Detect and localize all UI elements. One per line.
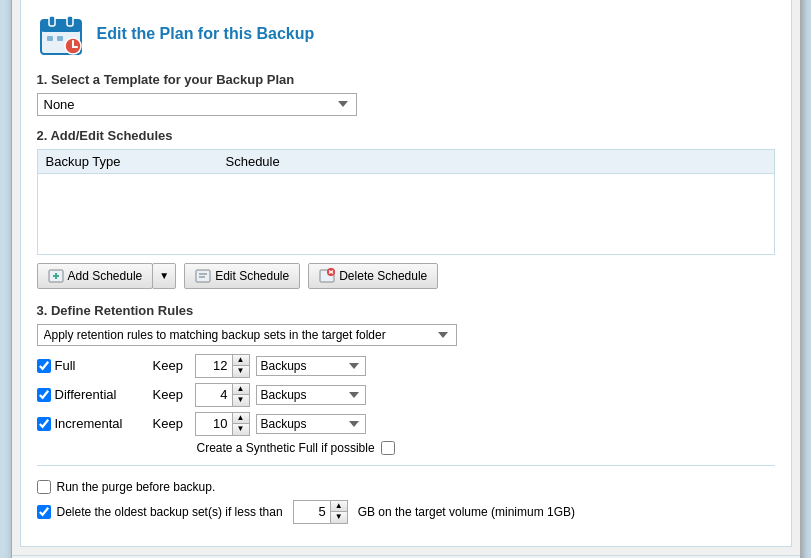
edit-schedule-icon <box>195 268 211 284</box>
retention-row-incremental: Incremental Keep ▲ ▼ Backups Days Weeks … <box>37 412 775 436</box>
delete-oldest-row: Delete the oldest backup set(s) if less … <box>37 500 775 524</box>
header-title: Edit the Plan for this Backup <box>97 25 315 43</box>
incremental-type-select[interactable]: Backups Days Weeks Months <box>256 414 366 434</box>
synthetic-full-row: Create a Synthetic Full if possible <box>37 441 775 455</box>
section-divider <box>37 465 775 466</box>
svg-rect-1 <box>41 20 81 32</box>
differential-checkbox[interactable] <box>37 388 51 402</box>
synthetic-full-label: Create a Synthetic Full if possible <box>197 441 375 455</box>
delete-oldest-label-post: GB on the target volume (minimum 1GB) <box>358 505 575 519</box>
section-1-title: 1. Select a Template for your Backup Pla… <box>37 72 775 87</box>
full-spinner-btns: ▲ ▼ <box>232 355 249 377</box>
full-label[interactable]: Full <box>37 358 147 373</box>
svg-rect-8 <box>57 36 63 41</box>
incremental-spinner-down[interactable]: ▼ <box>233 424 249 435</box>
retention-row-full: Full Keep ▲ ▼ Backups Days Weeks Months <box>37 354 775 378</box>
retention-row-differential: Differential Keep ▲ ▼ Backups Days Weeks… <box>37 383 775 407</box>
differential-type-select[interactable]: Backups Days Weeks Months <box>256 385 366 405</box>
edit-schedule-label: Edit Schedule <box>215 269 289 283</box>
delete-oldest-checkbox[interactable] <box>37 505 51 519</box>
schedule-table-body <box>38 174 774 254</box>
delete-oldest-value-input[interactable] <box>294 502 330 521</box>
content-area: Edit the Plan for this Backup 1. Select … <box>20 0 792 547</box>
incremental-spinner-up[interactable]: ▲ <box>233 413 249 424</box>
col-backup-type: Backup Type <box>46 154 226 169</box>
differential-spinner-up[interactable]: ▲ <box>233 384 249 395</box>
section-2: 2. Add/Edit Schedules Backup Type Schedu… <box>37 128 775 289</box>
incremental-spinner: ▲ ▼ <box>195 412 250 436</box>
header-row: Edit the Plan for this Backup <box>37 10 775 58</box>
section-3-title: 3. Define Retention Rules <box>37 303 775 318</box>
template-select[interactable]: None Standard Custom <box>37 93 357 116</box>
full-spinner-up[interactable]: ▲ <box>233 355 249 366</box>
incremental-value-input[interactable] <box>196 414 232 433</box>
extra-options: Run the purge before backup. Delete the … <box>37 476 775 534</box>
delete-oldest-spinner-up[interactable]: ▲ <box>331 501 347 512</box>
purge-row: Run the purge before backup. <box>37 480 775 494</box>
section-2-title: 2. Add/Edit Schedules <box>37 128 775 143</box>
section-1: 1. Select a Template for your Backup Pla… <box>37 72 775 116</box>
differential-keep-label: Keep <box>153 387 189 402</box>
retention-select[interactable]: Apply retention rules to matching backup… <box>37 324 457 346</box>
delete-schedule-button[interactable]: Delete Schedule <box>308 263 438 289</box>
svg-rect-7 <box>47 36 53 41</box>
delete-schedule-label: Delete Schedule <box>339 269 427 283</box>
add-schedule-icon <box>48 268 64 284</box>
svg-rect-2 <box>49 16 55 26</box>
schedule-buttons: Add Schedule ▼ Edit Schedule <box>37 263 775 289</box>
calendar-icon <box>37 10 85 58</box>
incremental-spinner-btns: ▲ ▼ <box>232 413 249 435</box>
differential-spinner-btns: ▲ ▼ <box>232 384 249 406</box>
svg-rect-3 <box>67 16 73 26</box>
main-window: Disk Image Edit the Plan for this Backup… <box>11 0 801 558</box>
schedule-table-header: Backup Type Schedule <box>38 150 774 174</box>
purge-label: Run the purge before backup. <box>57 480 216 494</box>
footer: Advanced Options Help < Back Next > Canc… <box>12 555 800 559</box>
add-schedule-button[interactable]: Add Schedule <box>37 263 154 289</box>
delete-oldest-label-pre: Delete the oldest backup set(s) if less … <box>57 505 283 519</box>
full-type-select[interactable]: Backups Days Weeks Months <box>256 356 366 376</box>
edit-schedule-button[interactable]: Edit Schedule <box>184 263 300 289</box>
full-spinner: ▲ ▼ <box>195 354 250 378</box>
synthetic-full-checkbox[interactable] <box>381 441 395 455</box>
full-spinner-down[interactable]: ▼ <box>233 366 249 377</box>
delete-oldest-spinner-btns: ▲ ▼ <box>330 501 347 523</box>
svg-rect-12 <box>196 270 210 282</box>
purge-checkbox[interactable] <box>37 480 51 494</box>
full-value-input[interactable] <box>196 356 232 375</box>
full-checkbox[interactable] <box>37 359 51 373</box>
incremental-checkbox[interactable] <box>37 417 51 431</box>
delete-oldest-spinner: ▲ ▼ <box>293 500 348 524</box>
incremental-label[interactable]: Incremental <box>37 416 147 431</box>
incremental-keep-label: Keep <box>153 416 189 431</box>
differential-spinner: ▲ ▼ <box>195 383 250 407</box>
col-schedule: Schedule <box>226 154 766 169</box>
differential-label[interactable]: Differential <box>37 387 147 402</box>
differential-spinner-down[interactable]: ▼ <box>233 395 249 406</box>
section-3: 3. Define Retention Rules Apply retentio… <box>37 303 775 455</box>
retention-dropdown-row: Apply retention rules to matching backup… <box>37 324 775 346</box>
add-schedule-dropdown[interactable]: ▼ <box>152 263 176 289</box>
differential-value-input[interactable] <box>196 385 232 404</box>
delete-schedule-icon <box>319 268 335 284</box>
delete-oldest-spinner-down[interactable]: ▼ <box>331 512 347 523</box>
schedule-table: Backup Type Schedule <box>37 149 775 255</box>
add-schedule-label: Add Schedule <box>68 269 143 283</box>
full-keep-label: Keep <box>153 358 189 373</box>
